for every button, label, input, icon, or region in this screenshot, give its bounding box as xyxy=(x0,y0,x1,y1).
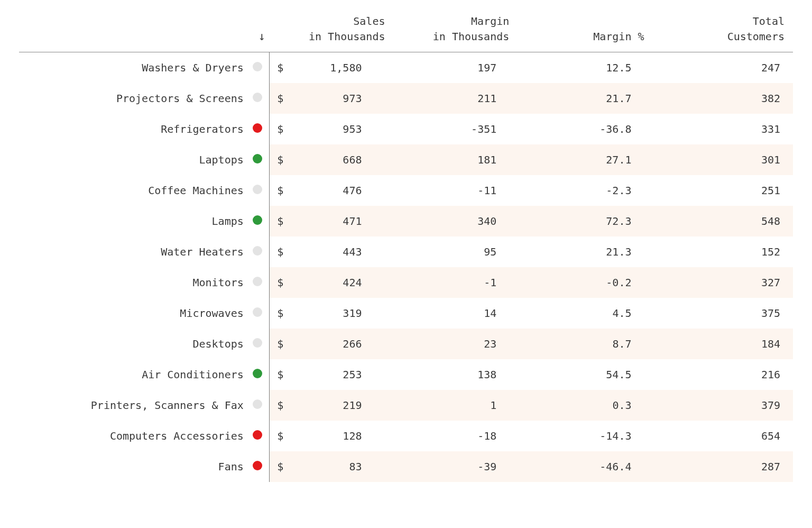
row-label: Coffee Machines xyxy=(19,175,246,206)
cell-margin: 138 xyxy=(393,359,518,390)
cell-customers: 382 xyxy=(653,83,793,114)
cell-margin-pct: 54.5 xyxy=(518,359,652,390)
cell-customers: 379 xyxy=(653,390,793,421)
row-label: Computers Accessories xyxy=(19,421,246,451)
cell-margin-pct: 21.3 xyxy=(518,236,652,267)
table-row[interactable]: Computers Accessories$128-18-14.3654 xyxy=(19,421,793,451)
cell-margin-pct: 27.1 xyxy=(518,144,652,175)
cell-sales: 83 xyxy=(285,451,393,482)
status-dot-cell xyxy=(246,144,270,175)
cell-margin: 181 xyxy=(393,144,518,175)
cell-margin: 197 xyxy=(393,52,518,84)
table-row[interactable]: Laptops$66818127.1301 xyxy=(19,144,793,175)
cell-margin-pct: -0.2 xyxy=(518,267,652,298)
table-row[interactable]: Air Conditioners$25313854.5216 xyxy=(19,359,793,390)
cell-margin: 1 xyxy=(393,390,518,421)
row-label: Fans xyxy=(19,451,246,482)
status-dot-icon xyxy=(253,430,262,440)
currency-symbol: $ xyxy=(270,298,286,329)
table-row[interactable]: Refrigerators$953-351-36.8331 xyxy=(19,114,793,144)
cell-margin: 23 xyxy=(393,329,518,359)
cell-sales: 1,580 xyxy=(285,52,393,84)
currency-symbol: $ xyxy=(270,144,286,175)
table-row[interactable]: Desktops$266238.7184 xyxy=(19,329,793,359)
cell-sales: 128 xyxy=(285,421,393,451)
currency-symbol: $ xyxy=(270,359,286,390)
row-label: Monitors xyxy=(19,267,246,298)
currency-symbol: $ xyxy=(270,329,286,359)
currency-symbol: $ xyxy=(270,421,286,451)
row-label: Water Heaters xyxy=(19,236,246,267)
sales-margin-table: ↓ Sales in Thousands Margin in Thousands… xyxy=(19,10,793,482)
table-row[interactable]: Washers & Dryers$1,58019712.5247 xyxy=(19,52,793,84)
header-sales[interactable]: Sales in Thousands xyxy=(285,10,393,52)
cell-margin: -18 xyxy=(393,421,518,451)
table-row[interactable]: Printers, Scanners & Fax$21910.3379 xyxy=(19,390,793,421)
status-dot-icon xyxy=(253,185,262,194)
cell-margin-pct: 21.7 xyxy=(518,83,652,114)
cell-margin-pct: 8.7 xyxy=(518,329,652,359)
cell-margin-pct: -46.4 xyxy=(518,451,652,482)
cell-margin-pct: 72.3 xyxy=(518,206,652,236)
status-dot-icon xyxy=(253,369,262,378)
status-dot-icon xyxy=(253,93,262,102)
currency-symbol: $ xyxy=(270,83,286,114)
cell-customers: 327 xyxy=(653,267,793,298)
status-dot-cell xyxy=(246,114,270,144)
cell-sales: 266 xyxy=(285,329,393,359)
table-row[interactable]: Coffee Machines$476-11-2.3251 xyxy=(19,175,793,206)
table-row[interactable]: Monitors$424-1-0.2327 xyxy=(19,267,793,298)
currency-symbol: $ xyxy=(270,236,286,267)
status-dot-icon xyxy=(253,399,262,409)
status-dot-cell xyxy=(246,451,270,482)
cell-customers: 375 xyxy=(653,298,793,329)
cell-margin: -351 xyxy=(393,114,518,144)
row-label: Refrigerators xyxy=(19,114,246,144)
header-margin-pct[interactable]: Margin % xyxy=(518,10,652,52)
cell-customers: 287 xyxy=(653,451,793,482)
sort-indicator-header[interactable]: ↓ xyxy=(246,10,270,52)
cell-margin-pct: 4.5 xyxy=(518,298,652,329)
cell-customers: 216 xyxy=(653,359,793,390)
table-row[interactable]: Water Heaters$4439521.3152 xyxy=(19,236,793,267)
status-dot-cell xyxy=(246,236,270,267)
currency-symbol: $ xyxy=(270,451,286,482)
header-customers[interactable]: Total Customers xyxy=(653,10,793,52)
status-dot-cell xyxy=(246,83,270,114)
currency-symbol: $ xyxy=(270,390,286,421)
cell-sales: 953 xyxy=(285,114,393,144)
cell-customers: 247 xyxy=(653,52,793,84)
row-label: Projectors & Screens xyxy=(19,83,246,114)
table-row[interactable]: Microwaves$319144.5375 xyxy=(19,298,793,329)
status-dot-icon xyxy=(253,215,262,225)
status-dot-icon xyxy=(253,154,262,163)
status-dot-cell xyxy=(246,390,270,421)
currency-symbol: $ xyxy=(270,52,286,84)
currency-symbol: $ xyxy=(270,114,286,144)
cell-sales: 973 xyxy=(285,83,393,114)
status-dot-icon xyxy=(253,307,262,317)
table-row[interactable]: Projectors & Screens$97321121.7382 xyxy=(19,83,793,114)
status-dot-cell xyxy=(246,359,270,390)
cell-margin: 14 xyxy=(393,298,518,329)
row-label: Microwaves xyxy=(19,298,246,329)
table-row[interactable]: Fans$83-39-46.4287 xyxy=(19,451,793,482)
status-dot-cell xyxy=(246,298,270,329)
cell-sales: 476 xyxy=(285,175,393,206)
table-row[interactable]: Lamps$47134072.3548 xyxy=(19,206,793,236)
row-label: Washers & Dryers xyxy=(19,52,246,84)
header-blank xyxy=(19,10,246,52)
status-dot-cell xyxy=(246,421,270,451)
row-label: Laptops xyxy=(19,144,246,175)
header-margin[interactable]: Margin in Thousands xyxy=(393,10,518,52)
cell-customers: 251 xyxy=(653,175,793,206)
status-dot-cell xyxy=(246,52,270,84)
cell-margin: 340 xyxy=(393,206,518,236)
cell-sales: 471 xyxy=(285,206,393,236)
cell-margin-pct: 12.5 xyxy=(518,52,652,84)
status-dot-cell xyxy=(246,175,270,206)
cell-sales: 319 xyxy=(285,298,393,329)
row-label: Printers, Scanners & Fax xyxy=(19,390,246,421)
cell-sales: 219 xyxy=(285,390,393,421)
cell-margin-pct: 0.3 xyxy=(518,390,652,421)
